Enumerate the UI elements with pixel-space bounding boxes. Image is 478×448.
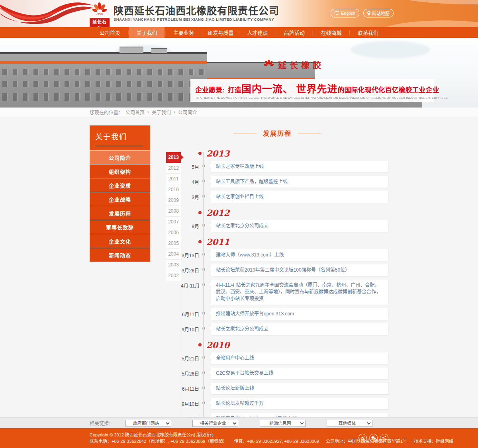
year-tab-2002[interactable]: 2002 <box>166 270 181 281</box>
related-links-select-2[interactable]: --相关行业企业-- <box>192 420 238 427</box>
related-links-select-4[interactable]: --其他媒体-- <box>327 420 372 427</box>
english-link-label: English <box>341 11 355 16</box>
timeline: 20135月站长之家专栏改版上线4月站长工具旗下产品，超级监控上线3月站长之家创… <box>181 147 388 417</box>
sitemap-link-label: 网站地图 <box>372 10 390 16</box>
year-tab-2011[interactable]: 2011 <box>166 174 181 184</box>
logo-name: 延长石油 <box>90 18 110 27</box>
page-title-row: 发展历程 <box>166 128 388 138</box>
event-link[interactable]: C2C交易平台站长交易上线 <box>216 370 273 376</box>
event-date: 3月 <box>181 191 199 200</box>
main-content: 发展历程 20132012201120102009200820072006200… <box>166 125 388 417</box>
timeline-event: 9月10日站长论坛发帖超过千万 <box>181 398 388 409</box>
year-tab-2010[interactable]: 2010 <box>166 184 181 195</box>
event-link[interactable]: 推出建站大师开放平台open.313.com <box>216 311 294 317</box>
event-date: 9月10日 <box>181 398 199 407</box>
breadcrumb-separator: > <box>147 110 149 114</box>
sidebar-item-7[interactable]: 企业文化 <box>90 234 150 248</box>
company-name-cn: 陕西延长石油西北橡胶有限责任公司 <box>114 5 279 16</box>
timeline-event: 9月10日站长之家北京分公司成立 <box>181 323 388 335</box>
building-logo-text: 延长橡胶 <box>278 59 324 70</box>
sidebar-item-1[interactable]: 公司简介 <box>90 151 150 164</box>
english-link[interactable]: English <box>331 9 359 18</box>
wechat-icon[interactable] <box>369 434 378 442</box>
sidebar-item-6[interactable]: 董事长致辞 <box>90 220 150 234</box>
sitemap-link[interactable]: 网站地图 <box>363 9 394 18</box>
event-link[interactable]: 站长论坛新版上线 <box>216 385 254 391</box>
event-link[interactable]: 站长工具旗下产品，超级监控上线 <box>216 179 288 184</box>
breadcrumb-link-2[interactable]: 关于我们 <box>152 109 171 115</box>
weibo-icon[interactable] <box>358 434 367 442</box>
nav-item-6[interactable]: 品牌活动 <box>276 27 312 38</box>
year-tab-2006[interactable]: 2006 <box>166 227 181 238</box>
event-date: 6月11日 <box>181 308 199 317</box>
year-tab-2007[interactable]: 2007 <box>166 217 181 227</box>
event-box: 全站用户中心上线 <box>211 352 388 364</box>
share-icon[interactable] <box>380 434 388 442</box>
breadcrumb-link-3[interactable]: 公司简介 <box>178 109 197 115</box>
year-tab-2008[interactable]: 2008 <box>166 206 181 217</box>
years-nav: 2013201220112010200920082007200620052004… <box>166 152 181 417</box>
building-logo: 延长橡胶 <box>263 59 324 70</box>
nav-item-3[interactable]: 主要业务 <box>166 27 202 38</box>
event-date: 6月11日 <box>181 383 199 392</box>
content-area: 关于我们 公司简介组织架构企业资质企业战略发展历程董事长致辞企业文化新闻动态 发… <box>0 116 478 417</box>
vision-suffix: 的国际化现代化百亿橡胶工业企业 <box>338 86 439 94</box>
factory-building-left <box>0 52 207 108</box>
timeline-event: 3月26日站长论坛荣获2010年第二届中文论坛100强称号（名列第50位） <box>181 264 388 276</box>
event-box: 站长工具旗下产品，超级监控上线 <box>211 176 388 188</box>
title-dash-right <box>298 133 321 133</box>
event-link[interactable]: 站长之家专栏改版上线 <box>216 164 264 169</box>
year-marker-icon <box>198 343 202 346</box>
sidebar-item-2[interactable]: 组织架构 <box>90 164 150 178</box>
year-marker-icon <box>198 152 202 155</box>
event-link[interactable]: 站长之家北京分公司成立 <box>216 223 268 229</box>
sidebar-item-5[interactable]: 发展历程 <box>90 206 150 220</box>
timeline-year-row: 2011 <box>181 236 388 248</box>
related-links-label: 相关链接： <box>90 420 114 426</box>
event-date: 10月8日 <box>181 413 199 417</box>
nav-item-5[interactable]: 人才建设 <box>239 27 275 38</box>
rooftop-structure <box>120 47 143 53</box>
year-tab-2005[interactable]: 2005 <box>166 238 181 249</box>
year-tab-2009[interactable]: 2009 <box>166 195 181 206</box>
sidebar-item-4[interactable]: 企业战略 <box>90 192 150 206</box>
year-tab-2012[interactable]: 2012 <box>166 163 181 174</box>
sidebar-item-8[interactable]: 新闻动态 <box>90 248 150 262</box>
year-tab-2004[interactable]: 2004 <box>166 249 181 260</box>
nav-item-2[interactable]: 关于我们 <box>129 27 165 38</box>
sidebar-item-3[interactable]: 企业资质 <box>90 178 150 192</box>
site-header: 1905 延长石油 SHAANXI YANCHANG PETROLEUM 陕西延… <box>0 0 478 27</box>
nav-item-1[interactable]: 公司首页 <box>92 27 128 38</box>
site-footer: Copyright © 2012 陕西延长石油西北橡胶有限责任公司 版权所有 联… <box>0 428 478 448</box>
event-link[interactable]: 建站大师（www.313.com）上线 <box>216 252 284 258</box>
event-date: 9月 <box>181 220 199 229</box>
timeline-section-2011: 20113月13日建站大师（www.313.com）上线3月26日站长论坛荣获2… <box>181 236 388 335</box>
sidebar-header: 关于我们 <box>90 125 150 150</box>
event-box: 站长论坛新版上线 <box>211 383 388 394</box>
nav-item-7[interactable]: 在线商城 <box>313 27 349 38</box>
event-link[interactable]: 我的工具(Mytool.chinaz.com)新版上线 <box>216 416 297 417</box>
related-links-select-1[interactable]: --政府部门网站-- <box>125 420 171 427</box>
timeline-year-row: 2013 <box>181 147 388 159</box>
year-tab-2013[interactable]: 2013 <box>166 152 181 163</box>
monitor-icon <box>335 11 339 15</box>
event-link[interactable]: 全站用户中心上线 <box>216 355 254 361</box>
related-links-select-3[interactable]: --能源信息网-- <box>260 420 306 427</box>
logo-flower-icon: 1905 延长石油 SHAANXI YANCHANG PETROLEUM <box>90 2 110 27</box>
timeline-year-label: 2010 <box>206 340 229 350</box>
breadcrumb-link-1[interactable]: 公司首页 <box>125 109 145 115</box>
nav-item-8[interactable]: 联系我们 <box>350 27 386 38</box>
event-link[interactable]: 站长论坛荣获2010年第二届中文论坛100强称号（名列第50位） <box>216 267 350 273</box>
event-link[interactable]: 4月-11月 站长之家九周年全国交流会启动（厦门、南京、杭州、广州、合肥、武汉、… <box>216 282 381 301</box>
vision-emphasis: 国内一流、 世界先进 <box>241 83 338 94</box>
event-link[interactable]: 站长论坛发帖超过千万 <box>216 401 264 406</box>
event-link[interactable]: 站长之家创业栏目上线 <box>216 194 264 200</box>
sidebar-title: 关于我们 <box>95 131 150 141</box>
nav-item-4[interactable]: 研发与质量 <box>203 27 239 38</box>
event-link[interactable]: 站长之家北京分公司成立 <box>216 326 268 332</box>
footer-phone: 联系电话：+86-29-33622842（市场部）, +86-29-336230… <box>90 439 227 444</box>
year-tab-2003[interactable]: 2003 <box>166 260 181 270</box>
timeline-event: 5月21日全站用户中心上线 <box>181 352 388 364</box>
contact-line: 联系电话：+86-29-33622842（市场部）, +86-29-336230… <box>90 438 388 444</box>
timeline-year-label: 2013 <box>206 149 229 158</box>
